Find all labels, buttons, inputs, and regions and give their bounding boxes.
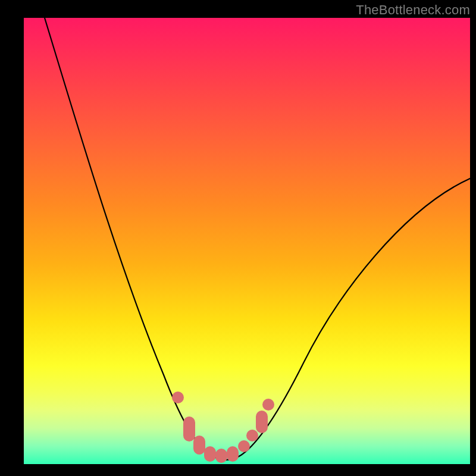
marker-pill [193,436,205,455]
chart-frame: TheBottleneck.com [0,0,476,476]
marker-pill [256,411,268,433]
plot-area [24,18,470,464]
marker-dot [238,440,250,452]
chart-svg [24,18,470,464]
bottleneck-curve [45,18,470,460]
marker-dot [246,430,258,441]
marker-pill [204,446,216,462]
marker-pill [227,446,239,462]
marker-pill [215,449,227,463]
marker-dot [172,392,184,403]
curve-markers [172,392,274,463]
watermark-text: TheBottleneck.com [356,2,470,18]
marker-pill [183,416,195,441]
marker-dot [262,399,274,411]
